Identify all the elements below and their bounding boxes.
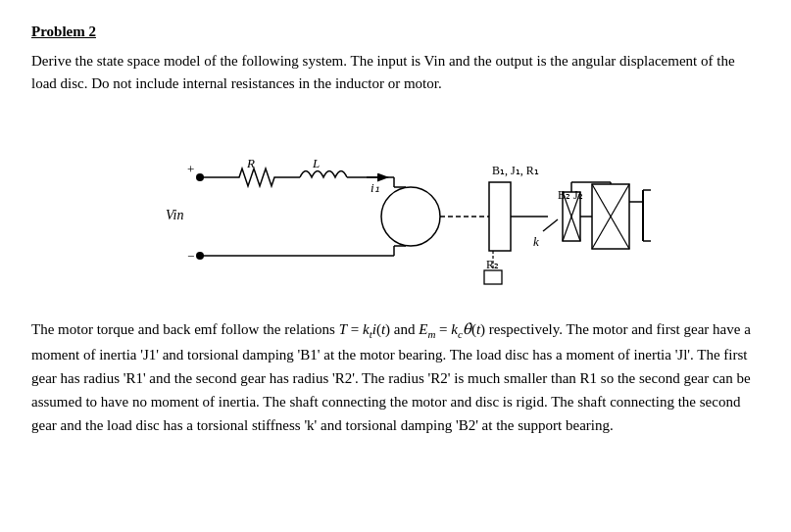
svg-text:k: k [533,234,539,249]
svg-text:−: − [187,249,194,264]
body-paragraph: The motor torque and back emf follow the… [31,317,760,438]
svg-text:L: L [312,156,320,170]
svg-point-13 [381,187,440,246]
svg-rect-34 [484,270,502,284]
svg-rect-20 [489,182,511,251]
svg-text:R₂: R₂ [486,258,499,271]
svg-text:i₁: i₁ [371,180,379,195]
problem-title: Problem 2 [31,24,760,40]
body-text-content: The motor torque and back emf follow the… [31,321,751,434]
diagram-container: + − Vin R L i₁ [31,114,760,300]
svg-line-24 [543,219,558,231]
svg-text:B₁, J₁, R₁: B₁, J₁, R₁ [492,164,539,177]
circuit-mechanical-diagram: + − Vin R L i₁ [141,114,651,300]
svg-text:+: + [187,162,194,176]
vin-label: Vin [166,208,183,222]
intro-paragraph: Derive the state space model of the foll… [31,50,760,96]
